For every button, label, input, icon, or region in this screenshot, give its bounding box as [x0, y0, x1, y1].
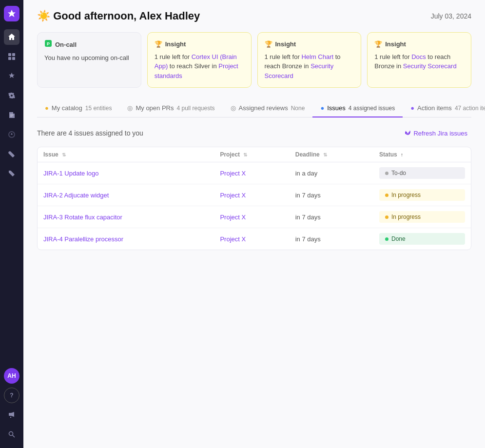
col-deadline[interactable]: Deadline ⇅ [290, 147, 373, 162]
cell-project-1: Project X [214, 184, 289, 206]
col-issue[interactable]: Issue ⇅ [38, 147, 214, 162]
tab-action-items[interactable]: ● Action items 47 action items [403, 99, 485, 117]
tab-my-open-prs-label: My open PRs [136, 104, 174, 112]
project-link-0[interactable]: Project X [220, 170, 246, 177]
insight-card-3: 🏆 Insight 1 rule left for Docs to reach … [367, 32, 471, 88]
tab-my-open-prs-count: 4 pull requests [176, 105, 214, 112]
svg-rect-3 [12, 57, 15, 60]
sidebar-item-help[interactable]: ? [4, 388, 19, 403]
page-header: ☀️ Good afternoon, Alex Hadley July 03, … [37, 10, 471, 22]
table-row: JIRA-1 Update logoProject Xin a dayTo-do [38, 162, 471, 184]
tab-issues-label: Issues [327, 104, 346, 112]
tab-action-items-icon: ● [410, 104, 414, 112]
issue-link-0[interactable]: JIRA-1 Update logo [43, 170, 98, 177]
sidebar: AH ? [0, 0, 23, 448]
col-status[interactable]: Status ↑ [373, 147, 471, 162]
issue-link-2[interactable]: JIRA-3 Rotate flux capacitor [43, 214, 122, 221]
issue-link-3[interactable]: JIRA-4 Paralellize processor [43, 235, 123, 243]
col-project[interactable]: Project ⇅ [214, 147, 289, 162]
oncall-icon: P [44, 39, 52, 50]
issues-table: Issue ⇅ Project ⇅ Deadline ⇅ Status ↑ [38, 147, 471, 250]
sidebar-item-docs[interactable] [4, 107, 19, 123]
issue-link-1[interactable]: JIRA-2 Adjucate widget [43, 192, 109, 199]
status-badge-2: In progress [379, 211, 465, 223]
svg-text:P: P [47, 41, 50, 46]
insight3-link2[interactable]: Security Scorecard [403, 62, 457, 70]
sidebar-item-announce[interactable] [4, 407, 19, 423]
cell-deadline-2: in 7 days [290, 206, 373, 228]
col-issue-label: Issue [43, 151, 58, 158]
status-badge-1: In progress [379, 189, 465, 201]
col-issue-sort-icon: ⇅ [62, 152, 66, 157]
oncall-card: P On-call You have no upcoming on-call [37, 32, 141, 88]
status-label-0: To-do [391, 170, 406, 176]
avatar[interactable]: AH [4, 368, 19, 384]
table-row: JIRA-3 Rotate flux capacitorProject Xin … [38, 206, 471, 228]
cell-status-1: In progress [373, 184, 471, 206]
tab-assigned-reviews-count: None [291, 105, 305, 112]
cell-deadline-1: in 7 days [290, 184, 373, 206]
project-link-1[interactable]: Project X [220, 192, 246, 199]
tab-my-catalog-label: My catalog [52, 104, 82, 112]
svg-rect-1 [12, 53, 15, 56]
table-header-row: Issue ⇅ Project ⇅ Deadline ⇅ Status ↑ [38, 147, 471, 162]
sidebar-item-home[interactable] [4, 29, 19, 45]
status-dot-0 [385, 172, 388, 175]
insight2-title: Insight [275, 39, 296, 49]
cell-issue-1: JIRA-2 Adjucate widget [38, 184, 214, 206]
insight3-link1[interactable]: Docs [411, 53, 426, 60]
tab-assigned-reviews[interactable]: ◎ Assigned reviews None [223, 99, 313, 117]
sidebar-item-integrations[interactable] [4, 166, 19, 181]
sidebar-item-catalog[interactable] [4, 49, 19, 64]
cell-issue-3: JIRA-4 Paralellize processor [38, 228, 214, 250]
insight-card-2: 🏆 Insight 1 rule left for Helm Chart to … [257, 32, 362, 88]
svg-rect-2 [8, 57, 11, 60]
status-dot-3 [385, 237, 388, 241]
insight2-link1[interactable]: Helm Chart [301, 53, 333, 60]
col-status-label: Status [379, 151, 397, 158]
main-content: ☀️ Good afternoon, Alex Hadley July 03, … [23, 0, 485, 448]
status-label-2: In progress [391, 214, 421, 220]
col-deadline-sort-icon: ⇅ [323, 152, 327, 157]
insight2-text-before: 1 rule left for [265, 53, 302, 60]
cell-status-0: To-do [373, 162, 471, 184]
cell-deadline-0: in a day [290, 162, 373, 184]
cell-deadline-3: in 7 days [290, 228, 373, 250]
insight1-text-middle: to reach Silver in [168, 62, 218, 70]
col-deadline-label: Deadline [295, 151, 320, 158]
issues-table-wrapper: Issue ⇅ Project ⇅ Deadline ⇅ Status ↑ [37, 147, 471, 250]
status-badge-0: To-do [379, 167, 465, 179]
refresh-icon [405, 129, 411, 137]
tab-my-open-prs[interactable]: ◎ My open PRs 4 pull requests [119, 99, 222, 117]
greeting-text: Good afternoon, Alex Hadley [53, 10, 200, 22]
cell-project-0: Project X [214, 162, 289, 184]
status-dot-1 [385, 194, 388, 197]
col-project-label: Project [220, 151, 240, 158]
tab-my-catalog[interactable]: ● My catalog 15 entities [37, 99, 119, 117]
tab-my-catalog-icon: ● [45, 104, 49, 112]
refresh-jira-button[interactable]: Refresh Jira issues [401, 127, 471, 139]
insight3-icon: 🏆 [374, 39, 382, 49]
sidebar-item-favorites[interactable] [4, 68, 19, 84]
table-row: JIRA-2 Adjucate widgetProject Xin 7 days… [38, 184, 471, 206]
cell-issue-0: JIRA-1 Update logo [38, 162, 214, 184]
table-row: JIRA-4 Paralellize processorProject Xin … [38, 228, 471, 250]
sidebar-item-search[interactable] [4, 427, 19, 442]
sidebar-item-tools[interactable] [4, 146, 19, 162]
col-project-sort-icon: ⇅ [243, 152, 247, 157]
sidebar-item-deploy[interactable] [4, 127, 19, 142]
project-link-2[interactable]: Project X [220, 214, 246, 221]
sidebar-logo[interactable] [4, 6, 19, 21]
insight-cards: P On-call You have no upcoming on-call 🏆… [37, 32, 471, 88]
greeting-emoji: ☀️ [37, 10, 50, 22]
refresh-label: Refresh Jira issues [413, 130, 467, 137]
cell-issue-2: JIRA-3 Rotate flux capacitor [38, 206, 214, 228]
tab-issues[interactable]: ● Issues 4 assigned issues [312, 99, 403, 117]
insight2-icon: 🏆 [265, 39, 272, 49]
sidebar-item-settings[interactable] [4, 88, 19, 103]
page-title: ☀️ Good afternoon, Alex Hadley [37, 10, 200, 22]
project-link-3[interactable]: Project X [220, 235, 246, 243]
tab-action-items-count: 47 action items [455, 105, 485, 112]
tab-assigned-reviews-label: Assigned reviews [239, 104, 288, 112]
tab-my-open-prs-icon: ◎ [127, 104, 133, 112]
